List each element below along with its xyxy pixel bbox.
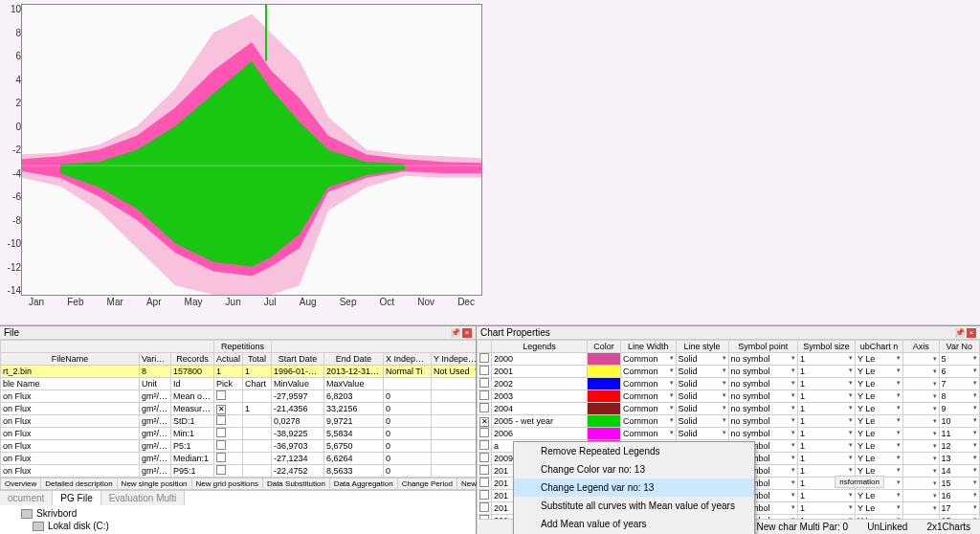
- dropdown-cell[interactable]: 17: [939, 502, 980, 515]
- dropdown-cell[interactable]: Common: [621, 378, 677, 390]
- dropdown-cell[interactable]: 1: [798, 440, 856, 453]
- table-row[interactable]: ✕2005 - wet yearCommonSolidno symbol1Y L…: [478, 415, 980, 428]
- table-row[interactable]: 2000CommonSolidno symbol1Y Le5: [478, 353, 980, 366]
- column-header[interactable]: Y Independent: [432, 353, 476, 366]
- subtab[interactable]: Change Period: [397, 478, 457, 490]
- maintab[interactable]: PG File: [53, 491, 100, 505]
- dropdown-cell[interactable]: [903, 465, 940, 478]
- dropdown-cell[interactable]: Y Le: [856, 428, 903, 440]
- dropdown-cell[interactable]: [903, 428, 940, 440]
- dropdown-cell[interactable]: no symbol: [728, 415, 798, 428]
- subtab[interactable]: Data Substitution: [262, 478, 330, 490]
- dropdown-cell[interactable]: 13: [939, 453, 980, 465]
- dropdown-cell[interactable]: 1: [798, 390, 856, 403]
- checkbox[interactable]: [479, 390, 489, 400]
- subtab[interactable]: New single position: [117, 478, 192, 490]
- dropdown-cell[interactable]: 1: [798, 428, 856, 440]
- checkbox[interactable]: [479, 465, 489, 475]
- chart-plot[interactable]: [21, 4, 482, 296]
- dropdown-cell[interactable]: Y Le: [856, 453, 903, 465]
- color-swatch[interactable]: [588, 353, 620, 365]
- context-menu-item[interactable]: Remove Repeated Legends: [514, 442, 754, 460]
- dropdown-cell[interactable]: Common: [621, 353, 677, 366]
- dropdown-cell[interactable]: 14: [939, 465, 980, 478]
- checkbox[interactable]: [216, 465, 226, 475]
- dropdown-cell[interactable]: [903, 490, 940, 502]
- column-header[interactable]: Records: [171, 353, 214, 366]
- dropdown-cell[interactable]: no symbol: [728, 403, 798, 415]
- table-row[interactable]: on Fluxgm²/dayP5:1-36,97035,67500: [1, 440, 477, 453]
- table-row[interactable]: 2001CommonSolidno symbol1Y Le6: [478, 366, 980, 378]
- checkbox[interactable]: [479, 453, 489, 462]
- column-header[interactable]: Symbol size: [798, 341, 856, 353]
- dropdown-cell[interactable]: Common: [621, 415, 677, 428]
- pin-icon[interactable]: 📌: [451, 328, 460, 338]
- dropdown-cell[interactable]: Solid: [676, 390, 728, 403]
- table-row[interactable]: on Fluxgm²/dayMeasured FlakaLiden✕1-21,4…: [1, 403, 477, 415]
- dropdown-cell[interactable]: [903, 415, 940, 428]
- subtab[interactable]: New grid positions: [191, 478, 263, 490]
- checkbox[interactable]: [479, 353, 489, 363]
- color-swatch[interactable]: [588, 390, 620, 402]
- subtab[interactable]: Data Aggregation: [329, 478, 398, 490]
- dropdown-cell[interactable]: 1: [798, 353, 856, 366]
- dropdown-cell[interactable]: 1: [798, 502, 856, 515]
- dropdown-cell[interactable]: Y Le: [856, 502, 903, 515]
- checkbox[interactable]: [479, 478, 489, 487]
- dropdown-cell[interactable]: no symbol: [728, 366, 798, 378]
- close-icon[interactable]: ×: [967, 328, 976, 338]
- dropdown-cell[interactable]: 9: [939, 403, 980, 415]
- dropdown-cell[interactable]: Y Le: [856, 353, 903, 366]
- dropdown-cell[interactable]: 1: [798, 366, 856, 378]
- dropdown-cell[interactable]: 1: [798, 490, 856, 502]
- dropdown-cell[interactable]: [903, 502, 940, 515]
- subtab[interactable]: Detailed description: [40, 478, 117, 490]
- dropdown-cell[interactable]: [903, 390, 940, 403]
- color-swatch[interactable]: [588, 403, 620, 414]
- dropdown-cell[interactable]: 1: [798, 378, 856, 390]
- column-header[interactable]: Line style: [676, 341, 728, 353]
- context-menu-item[interactable]: Change Legend var no: 13: [514, 478, 754, 497]
- close-icon[interactable]: ×: [462, 328, 472, 338]
- column-header[interactable]: Start Date: [272, 353, 324, 366]
- dropdown-cell[interactable]: Common: [621, 390, 677, 403]
- checkbox[interactable]: ✕: [479, 417, 489, 427]
- dropdown-cell[interactable]: Common: [621, 403, 677, 415]
- dropdown-cell[interactable]: 1: [798, 403, 856, 415]
- column-header[interactable]: End Date: [324, 353, 384, 366]
- file-tree[interactable]: SkrivbordLokal disk (C:): [0, 505, 476, 534]
- dropdown-cell[interactable]: 5: [939, 353, 980, 366]
- pin-icon[interactable]: 📌: [955, 328, 965, 338]
- column-header[interactable]: Variables: [140, 353, 171, 366]
- column-header[interactable]: Line Width: [621, 341, 677, 353]
- column-header[interactable]: Symbol point: [728, 341, 798, 353]
- dropdown-cell[interactable]: Common: [621, 428, 677, 440]
- dropdown-cell[interactable]: Y Le: [856, 490, 903, 502]
- context-menu[interactable]: Remove Repeated LegendsChange Color var …: [513, 441, 755, 534]
- context-menu-item[interactable]: Substitute all curves with Mean value of…: [514, 497, 754, 515]
- dropdown-cell[interactable]: no symbol: [728, 378, 798, 390]
- dropdown-cell[interactable]: Y Le: [856, 366, 903, 378]
- checkbox[interactable]: [479, 428, 489, 437]
- table-row[interactable]: on Fluxgm²/dayStD:10,02789,97210: [1, 415, 477, 428]
- table-row[interactable]: 2006CommonSolidno symbol1Y Le11: [478, 428, 980, 440]
- checkbox[interactable]: [216, 415, 226, 425]
- checkbox[interactable]: [216, 428, 226, 437]
- dropdown-cell[interactable]: no symbol: [728, 428, 798, 440]
- dropdown-cell[interactable]: Y Le: [856, 390, 903, 403]
- dropdown-cell[interactable]: 11: [939, 428, 980, 440]
- column-header[interactable]: ubChart n: [856, 341, 903, 353]
- file-grid[interactable]: Repetitions FileNameVariablesRecordsActu…: [0, 340, 476, 477]
- table-row[interactable]: 2002CommonSolidno symbol1Y Le7: [478, 378, 980, 390]
- table-row[interactable]: on Fluxgm²/dayMean of Accepted Sim-27,95…: [1, 390, 477, 403]
- dropdown-cell[interactable]: no symbol: [728, 390, 798, 403]
- dropdown-cell[interactable]: [903, 403, 940, 415]
- dropdown-cell[interactable]: Y Le: [856, 415, 903, 428]
- column-header[interactable]: FileName: [1, 353, 140, 366]
- dropdown-cell[interactable]: 7: [939, 378, 980, 390]
- dropdown-cell[interactable]: 12: [939, 440, 980, 453]
- context-menu-item[interactable]: Change Color var no: 13: [514, 460, 754, 478]
- dropdown-cell[interactable]: [903, 478, 940, 490]
- dropdown-cell[interactable]: 6: [939, 366, 980, 378]
- dropdown-cell[interactable]: 8: [939, 390, 980, 403]
